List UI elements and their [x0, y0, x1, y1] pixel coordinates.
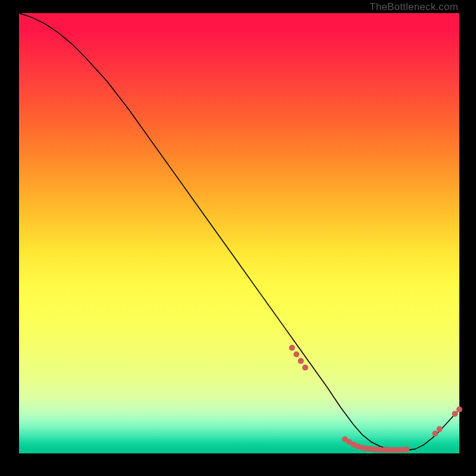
- data-point: [456, 406, 462, 412]
- attribution-label: TheBottleneck.com: [369, 1, 458, 13]
- data-point: [403, 446, 409, 452]
- plot-area: [19, 13, 459, 453]
- curve-layer: [19, 13, 459, 453]
- data-points: [289, 345, 462, 453]
- data-point: [293, 352, 299, 358]
- data-point: [302, 365, 308, 371]
- data-point: [437, 426, 443, 432]
- data-point: [452, 411, 458, 416]
- data-point: [289, 345, 295, 350]
- bottleneck-curve: [19, 13, 459, 450]
- chart-root: TheBottleneck.com: [0, 0, 476, 476]
- data-point: [298, 358, 304, 364]
- data-point: [432, 431, 438, 437]
